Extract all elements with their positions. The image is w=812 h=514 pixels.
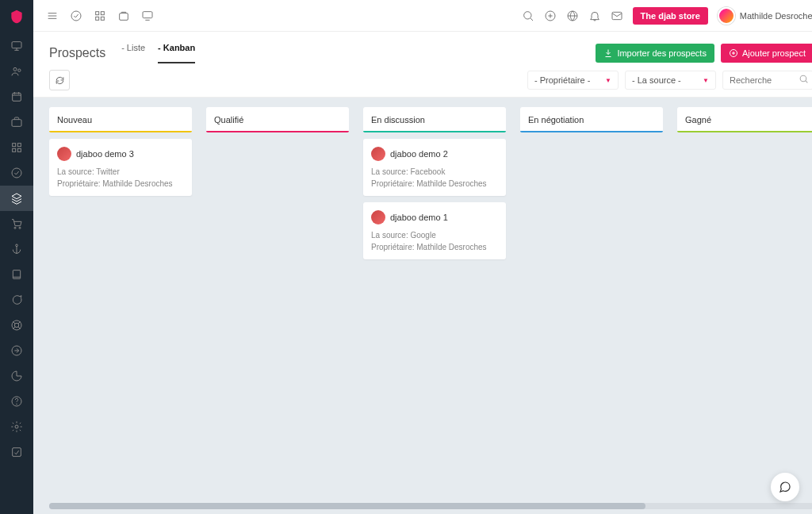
nav-monitor-icon[interactable] bbox=[0, 33, 33, 59]
svg-rect-52 bbox=[612, 12, 622, 19]
refresh-button[interactable] bbox=[49, 70, 70, 90]
svg-rect-39 bbox=[101, 11, 104, 14]
svg-rect-12 bbox=[13, 148, 16, 152]
svg-rect-9 bbox=[12, 120, 21, 127]
svg-marker-15 bbox=[12, 194, 21, 199]
brand-logo[interactable] bbox=[6, 6, 27, 27]
apps-icon[interactable] bbox=[94, 10, 106, 22]
view-tabs: - Liste - Kanban bbox=[121, 43, 195, 63]
kanban-card[interactable]: djaboo demo 3 La source: Twitter Proprié… bbox=[49, 139, 192, 196]
card-title: djaboo demo 1 bbox=[390, 213, 448, 222]
card-source: La source: Google bbox=[371, 231, 498, 240]
card-owner: Propriétaire: Mathilde Desroches bbox=[57, 179, 184, 188]
add-circle-icon[interactable] bbox=[544, 10, 557, 22]
nav-users-icon[interactable] bbox=[0, 59, 33, 84]
svg-line-24 bbox=[13, 321, 15, 324]
nav-grid-icon[interactable] bbox=[0, 135, 33, 160]
user-name: Mathilde Desroches bbox=[740, 11, 812, 21]
svg-point-18 bbox=[16, 244, 18, 247]
svg-point-23 bbox=[14, 323, 18, 327]
svg-rect-41 bbox=[101, 17, 104, 20]
search-icon[interactable] bbox=[522, 10, 534, 22]
import-button[interactable]: Importer des prospects bbox=[596, 44, 714, 63]
svg-point-37 bbox=[71, 11, 81, 21]
nav-settings-icon[interactable] bbox=[0, 414, 33, 439]
kanban-card[interactable]: djaboo demo 2 La source: Facebook Propri… bbox=[363, 139, 506, 196]
column-header: Nouveau bbox=[49, 107, 192, 131]
kanban-column: Nouveau djaboo demo 3 La source: Twitter… bbox=[49, 107, 192, 498]
caret-down-icon: ▼ bbox=[703, 77, 709, 84]
caret-down-icon: ▼ bbox=[605, 77, 611, 84]
card-source: La source: Facebook bbox=[371, 167, 498, 176]
kanban-board: Nouveau djaboo demo 3 La source: Twitter… bbox=[33, 98, 812, 514]
filter-bar: - Propriétaire - ▼ - La source - ▼ bbox=[33, 63, 812, 98]
owner-dropdown[interactable]: - Propriétaire - ▼ bbox=[527, 71, 619, 90]
kanban-card[interactable]: djaboo demo 1 La source: Google Propriét… bbox=[363, 202, 506, 259]
nav-arrow-circle-icon[interactable] bbox=[0, 338, 33, 363]
column-header: En négotiation bbox=[520, 107, 663, 131]
nav-calendar-icon[interactable] bbox=[0, 84, 33, 109]
chat-fab[interactable] bbox=[771, 473, 799, 501]
user-menu[interactable]: Mathilde Desroches bbox=[718, 7, 812, 25]
kanban-column: En discussion djaboo demo 2 La source: F… bbox=[363, 107, 506, 498]
svg-line-26 bbox=[13, 327, 15, 329]
column-header: Qualifié bbox=[206, 107, 349, 131]
nav-layers-icon[interactable] bbox=[0, 186, 33, 211]
mail-icon[interactable] bbox=[611, 10, 623, 22]
svg-point-4 bbox=[18, 69, 21, 71]
cube-icon[interactable] bbox=[117, 10, 130, 22]
nav-pie-icon[interactable] bbox=[0, 363, 33, 389]
card-owner: Propriétaire: Mathilde Desroches bbox=[371, 243, 498, 251]
nav-book-icon[interactable] bbox=[0, 262, 33, 287]
card-avatar bbox=[371, 147, 385, 161]
tab-liste[interactable]: - Liste bbox=[121, 43, 145, 63]
svg-point-32 bbox=[15, 425, 18, 428]
bell-icon[interactable] bbox=[588, 10, 601, 22]
menu-icon[interactable] bbox=[46, 10, 59, 22]
svg-line-27 bbox=[18, 327, 21, 329]
desktop-icon[interactable] bbox=[141, 10, 154, 22]
nav-help-icon[interactable] bbox=[0, 389, 33, 414]
svg-rect-13 bbox=[17, 148, 21, 152]
topbar: The djab store Mathilde Desroches bbox=[33, 0, 812, 32]
globe-icon[interactable] bbox=[566, 10, 579, 22]
svg-rect-0 bbox=[12, 42, 21, 48]
card-avatar bbox=[57, 147, 71, 161]
svg-point-31 bbox=[17, 404, 17, 405]
nav-chat-icon[interactable] bbox=[0, 287, 33, 313]
card-source: La source: Twitter bbox=[57, 167, 184, 176]
nav-anchor-icon[interactable] bbox=[0, 236, 33, 262]
search-icon bbox=[799, 74, 809, 86]
card-avatar bbox=[371, 210, 385, 224]
svg-point-14 bbox=[12, 168, 21, 178]
horizontal-scrollbar[interactable] bbox=[49, 503, 812, 509]
svg-rect-11 bbox=[17, 144, 21, 147]
svg-rect-42 bbox=[120, 13, 128, 20]
svg-rect-5 bbox=[13, 93, 21, 101]
add-prospect-button[interactable]: Ajouter prospect bbox=[721, 44, 812, 63]
svg-rect-43 bbox=[143, 11, 152, 17]
svg-point-45 bbox=[523, 11, 530, 18]
source-dropdown[interactable]: - La source - ▼ bbox=[625, 71, 716, 90]
page-title: Prospects bbox=[49, 46, 105, 60]
svg-point-17 bbox=[19, 227, 21, 228]
kanban-column: En négotiation bbox=[520, 107, 663, 498]
check-circle-icon[interactable] bbox=[70, 10, 82, 22]
tab-kanban[interactable]: - Kanban bbox=[158, 43, 195, 63]
page-header: Prospects - Liste - Kanban Importer des … bbox=[33, 32, 812, 63]
left-sidebar bbox=[0, 0, 33, 514]
svg-rect-33 bbox=[13, 448, 21, 457]
nav-lifebuoy-icon[interactable] bbox=[0, 313, 33, 338]
svg-rect-38 bbox=[96, 11, 99, 14]
nav-check-circle-icon[interactable] bbox=[0, 160, 33, 186]
svg-point-16 bbox=[14, 227, 16, 228]
nav-briefcase-icon[interactable] bbox=[0, 109, 33, 135]
svg-line-25 bbox=[18, 321, 21, 324]
avatar bbox=[718, 7, 735, 25]
svg-point-3 bbox=[13, 67, 17, 71]
nav-edit-icon[interactable] bbox=[0, 439, 33, 465]
store-button[interactable]: The djab store bbox=[633, 7, 708, 25]
nav-cart-icon[interactable] bbox=[0, 211, 33, 236]
svg-rect-40 bbox=[96, 17, 99, 20]
card-owner: Propriétaire: Mathilde Desroches bbox=[371, 179, 498, 188]
